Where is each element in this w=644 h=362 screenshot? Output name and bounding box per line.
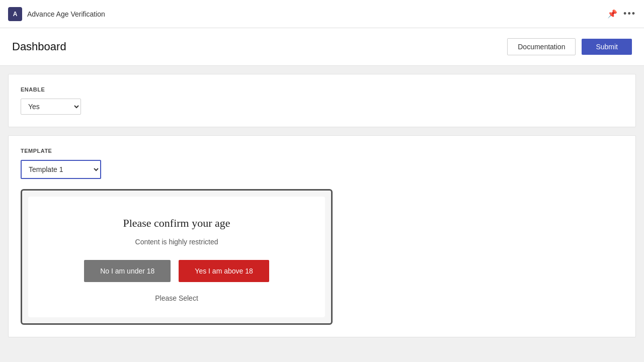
app-title: Advance Age Verification — [27, 10, 105, 18]
preview-title: Please confirm your age — [123, 217, 230, 230]
dashboard-header: Dashboard Documentation Submit — [0, 28, 644, 66]
preview-inner: Please confirm your age Content is highl… — [28, 197, 325, 317]
pin-icon[interactable]: 📌 — [607, 9, 617, 19]
template-label: TEMPLATE — [21, 148, 623, 154]
template-section: TEMPLATE Template 1 Template 2 Template … — [8, 135, 636, 337]
topbar: A Advance Age Verification 📌 ••• — [0, 0, 644, 28]
documentation-button[interactable]: Documentation — [507, 38, 576, 55]
main-content: Dashboard Documentation Submit ENABLE Ye… — [0, 28, 644, 337]
submit-button[interactable]: Submit — [582, 39, 632, 55]
more-options-icon[interactable]: ••• — [623, 9, 636, 19]
enable-dropdown[interactable]: Yes No — [21, 99, 81, 115]
enable-label: ENABLE — [21, 86, 623, 93]
preview-footer-text: Please Select — [155, 294, 198, 302]
preview-no-button[interactable]: No I am under 18 — [84, 260, 171, 282]
topbar-left: A Advance Age Verification — [8, 7, 105, 21]
header-buttons: Documentation Submit — [507, 38, 632, 55]
preview-buttons: No I am under 18 Yes I am above 18 — [84, 260, 269, 282]
preview-container: Please confirm your age Content is highl… — [21, 189, 333, 325]
template-dropdown[interactable]: Template 1 Template 2 Template 3 — [21, 160, 101, 179]
preview-subtitle: Content is highly restricted — [135, 238, 218, 246]
enable-section: ENABLE Yes No — [8, 74, 636, 127]
page-title: Dashboard — [12, 40, 66, 53]
app-icon: A — [8, 7, 22, 21]
topbar-right: 📌 ••• — [607, 9, 636, 19]
preview-yes-button[interactable]: Yes I am above 18 — [179, 260, 269, 282]
